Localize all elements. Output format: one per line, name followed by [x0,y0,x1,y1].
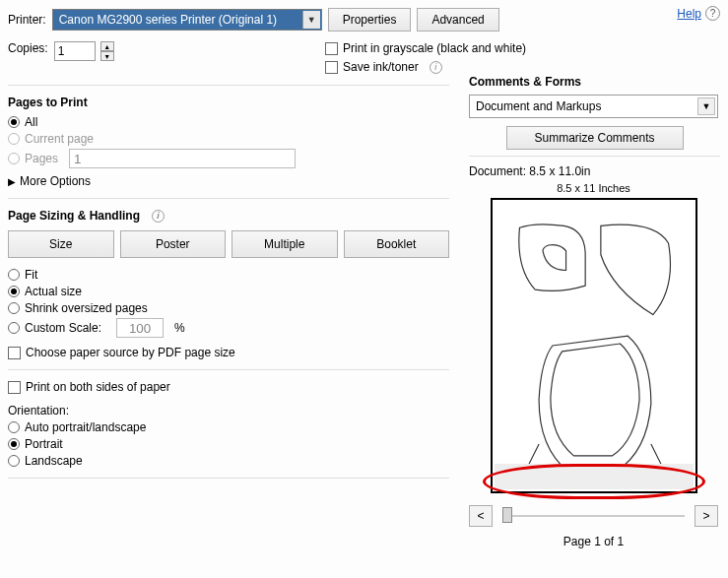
info-icon[interactable]: i [152,210,165,223]
pages-current-label: Current page [25,132,94,146]
grayscale-checkbox[interactable] [325,42,338,55]
advanced-button[interactable]: Advanced [417,8,498,32]
preview-slider[interactable] [502,513,685,519]
grayscale-label: Print in grayscale (black and white) [343,41,526,55]
custom-scale-radio[interactable] [8,322,20,334]
save-ink-label: Save ink/toner [343,60,419,74]
custom-scale-input[interactable] [116,318,164,338]
duplex-checkbox[interactable] [8,381,21,394]
preview-next-button[interactable]: > [695,505,718,527]
spinner-up-icon[interactable]: ▲ [100,41,114,51]
orient-portrait-radio[interactable] [8,438,20,450]
copies-label: Copies: [8,41,48,55]
save-ink-checkbox[interactable] [325,61,338,74]
expand-right-icon: ▶ [8,176,16,187]
actual-size-radio[interactable] [8,286,20,297]
help-icon[interactable]: ? [705,6,720,21]
percent-label: % [174,321,185,335]
orient-landscape-radio[interactable] [8,455,20,467]
summarize-comments-button[interactable]: Summarize Comments [506,126,684,150]
chevron-down-icon: ▼ [697,97,715,115]
more-options-toggle[interactable]: ▶ More Options [8,174,449,188]
pages-all-radio[interactable] [8,116,20,128]
actual-size-label: Actual size [25,285,82,298]
spinner-down-icon[interactable]: ▼ [100,51,114,61]
pages-to-print-title: Pages to Print [8,96,449,109]
paper-source-label: Choose paper source by PDF page size [26,346,235,359]
shrink-label: Shrink oversized pages [25,301,148,315]
preview-margin-shade [495,464,694,489]
orient-landscape-label: Landscape [25,454,83,468]
comments-forms-selected: Document and Markups [476,99,601,113]
copies-input[interactable] [54,41,96,61]
more-options-label: More Options [20,174,91,188]
chevron-down-icon: ▼ [302,11,320,29]
tab-booklet[interactable]: Booklet [344,230,450,258]
pages-all-label: All [25,115,37,129]
slider-thumb-icon[interactable] [502,507,512,523]
pages-range-radio[interactable] [8,153,20,164]
custom-scale-label: Custom Scale: [25,321,101,335]
orient-auto-label: Auto portrait/landscape [25,420,146,434]
print-preview [491,198,697,493]
page-indicator: Page 1 of 1 [469,535,718,548]
info-icon[interactable]: i [430,61,442,74]
orientation-title: Orientation: [8,404,449,417]
duplex-label: Print on both sides of paper [26,380,170,394]
shrink-radio[interactable] [8,302,20,314]
printer-select[interactable]: Canon MG2900 series Printer (Original 1)… [52,9,322,31]
sizing-title: Page Sizing & Handling [8,209,140,223]
properties-button[interactable]: Properties [328,8,412,32]
document-size-label: Document: 8.5 x 11.0in [469,164,720,178]
paper-source-checkbox[interactable] [8,347,21,359]
pages-range-label: Pages [25,152,58,165]
preview-prev-button[interactable]: < [469,505,493,527]
pages-current-radio[interactable] [8,133,20,145]
comments-forms-select[interactable]: Document and Markups ▼ [469,95,718,118]
orient-portrait-label: Portrait [25,437,63,451]
help-link[interactable]: Help [677,7,701,21]
tab-size[interactable]: Size [8,230,114,258]
pages-range-input[interactable] [69,149,296,168]
fit-radio[interactable] [8,269,20,281]
copies-spinner[interactable]: ▲ ▼ [100,41,114,61]
tab-multiple[interactable]: Multiple [232,230,338,258]
fit-label: Fit [25,268,37,282]
tab-poster[interactable]: Poster [120,230,227,258]
preview-content-icon [493,200,695,491]
paper-size-label: 8.5 x 11 Inches [469,182,718,194]
printer-label: Printer: [8,13,46,27]
orient-auto-radio[interactable] [8,421,20,433]
printer-selected-text: Canon MG2900 series Printer (Original 1) [59,13,277,27]
